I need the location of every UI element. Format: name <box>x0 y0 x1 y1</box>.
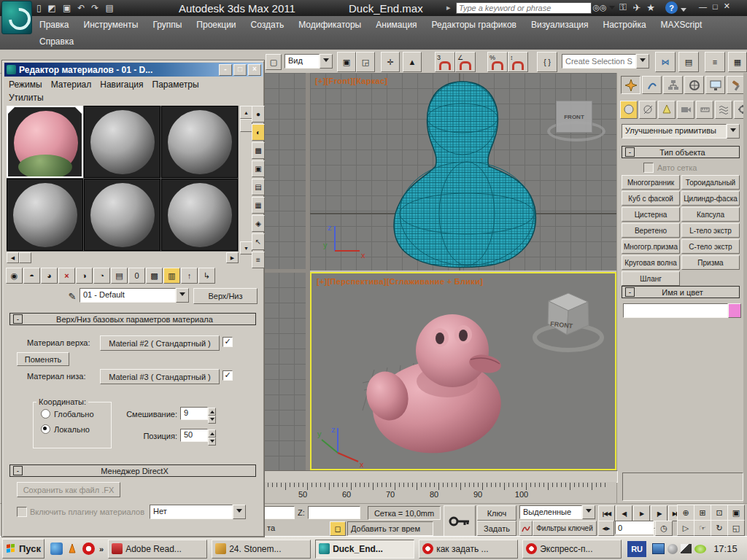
pick-material-eyedropper-icon[interactable]: ✎ <box>66 289 78 303</box>
coord-global-radio[interactable] <box>41 409 50 419</box>
tray-network-icon[interactable] <box>652 543 665 554</box>
minimize-button[interactable]: — <box>699 2 707 11</box>
viewcube-front[interactable]: FRONT <box>556 101 592 133</box>
object-name-input[interactable] <box>623 303 728 318</box>
search-dropdown-icon[interactable] <box>609 6 615 12</box>
viewport-nav-icon[interactable]: ⊞ <box>694 505 711 521</box>
position-value-field[interactable]: 50 <box>180 429 208 442</box>
me-toolbar-icon[interactable]: ◑ <box>76 268 93 284</box>
menu-item[interactable]: Проекции <box>189 20 243 30</box>
me-menu-item[interactable]: Режимы <box>7 79 49 90</box>
scroll-thumb[interactable] <box>240 119 252 132</box>
quick-access-icon[interactable]: ↶ <box>77 3 85 13</box>
frame-number-field[interactable]: 0 <box>615 521 654 534</box>
object-type-button[interactable]: Многогранник <box>622 175 680 190</box>
me-menu-item[interactable]: Параметры <box>150 79 206 90</box>
scroll-up-icon[interactable]: ▲ <box>240 106 252 119</box>
me-side-tool-icon[interactable]: ▦ <box>252 197 265 214</box>
restore-button[interactable]: □ <box>713 2 718 11</box>
me-toolbar-icon[interactable]: ▩ <box>146 268 163 284</box>
object-type-button[interactable]: Круговая волна <box>622 255 680 270</box>
me-maximize-button[interactable]: □ <box>233 64 247 76</box>
me-toolbar-icon[interactable]: ◓ <box>23 268 40 284</box>
taskbar-task[interactable]: Экспресс-п... <box>522 540 622 559</box>
selected-dropdown-icon[interactable] <box>582 505 595 519</box>
window-crossing-icon[interactable]: ▢ <box>266 54 282 70</box>
object-type-button[interactable]: Шланг <box>622 271 680 286</box>
me-side-tool-icon[interactable]: ◈ <box>252 215 265 232</box>
playback-button[interactable]: ◀| <box>616 505 632 521</box>
object-type-button[interactable]: Многогр.призма <box>622 239 680 254</box>
me-menu-item[interactable]: Утилиты <box>7 93 50 103</box>
blend-value-field[interactable]: 9 <box>180 407 208 420</box>
use-selection-center-icon[interactable]: ◲ <box>356 52 375 72</box>
key-mode-toggle-icon[interactable]: ◀▶ <box>598 521 614 536</box>
time-tag-field[interactable]: Добавить тэг врем <box>347 521 433 536</box>
me-toolbar-icon[interactable]: ↑ <box>181 268 198 284</box>
edit-named-selections-icon[interactable]: { } <box>537 52 557 72</box>
object-type-button[interactable]: Веретено <box>622 223 680 238</box>
material-slot-6[interactable] <box>161 179 238 251</box>
me-minimize-button[interactable]: - <box>219 64 232 76</box>
rollout-collapse-icon[interactable]: - <box>625 147 635 157</box>
object-type-button[interactable]: Капсула <box>681 207 740 222</box>
menu-item[interactable]: Правка <box>32 20 77 30</box>
plugin-material-checkbox[interactable] <box>17 507 27 517</box>
key-button[interactable]: Ключ <box>477 505 516 521</box>
subtab-geometry-icon[interactable] <box>620 101 638 119</box>
viewport-nav-icon[interactable]: ↻ <box>711 520 728 536</box>
select-manipulate-icon[interactable]: ✛ <box>381 52 400 72</box>
bottom-material-button[interactable]: Material #3 ( Стандартный ) <box>100 369 220 384</box>
quicklaunch-opera-icon[interactable] <box>82 542 95 555</box>
percent-snap-icon[interactable]: % <box>487 52 508 72</box>
material-name-dropdown-icon[interactable] <box>176 288 189 303</box>
subtab-lights-icon[interactable] <box>658 101 676 119</box>
menu-item[interactable]: Создать <box>244 20 292 30</box>
key-filters-button[interactable]: Фильтры ключей <box>533 521 597 536</box>
set-key-icon[interactable] <box>444 505 476 537</box>
material-slot-5[interactable] <box>84 179 160 251</box>
me-side-tool-icon[interactable]: ↖ <box>252 233 265 250</box>
track-bar[interactable] <box>263 470 618 483</box>
object-type-button[interactable]: L-тело экстр <box>681 223 740 238</box>
viewport-nav-icon[interactable]: ▣ <box>727 505 745 521</box>
viewport-nav-icon[interactable]: ⊡ <box>711 505 728 521</box>
menu-item[interactable]: Анимация <box>368 20 424 30</box>
viewport-perspective[interactable]: FRONT z y x [+][Перспектива][Сглаживание… <box>310 272 616 470</box>
material-editor-titlebar[interactable]: Редактор материалов - 01 - D... - □ × <box>4 63 263 77</box>
material-name-dropdown[interactable]: 01 - Default <box>80 288 189 303</box>
rollout-collapse-icon[interactable]: - <box>13 314 23 324</box>
panel-scrollbar[interactable] <box>743 73 747 503</box>
taskbar-task[interactable]: Duck_End... <box>315 540 414 559</box>
help-dropdown-icon[interactable] <box>681 8 686 15</box>
quick-access-icon[interactable]: ▯ <box>36 3 42 13</box>
top-material-checkbox[interactable]: ✓ <box>222 337 233 347</box>
name-color-rollout[interactable]: - Имя и цвет <box>622 286 740 298</box>
material-slot-4[interactable] <box>7 179 83 251</box>
selection-set-input[interactable] <box>562 54 636 69</box>
playback-button[interactable]: ▶ <box>633 505 650 521</box>
time-configuration-icon[interactable]: ◷ <box>655 521 673 536</box>
snap-toggle-icon[interactable]: 3 <box>435 52 455 72</box>
set-button[interactable]: Задать <box>477 521 516 536</box>
named-selection-set-combo[interactable] <box>562 54 649 69</box>
language-indicator[interactable]: RU <box>627 541 646 557</box>
me-menu-item[interactable]: Материал <box>49 79 98 90</box>
toolbox-icon[interactable]: ▦ <box>728 52 747 72</box>
viewport-nav-icon[interactable]: ▷ <box>677 520 694 536</box>
category-dropdown-icon[interactable] <box>727 124 740 139</box>
search-input[interactable] <box>456 2 592 14</box>
blend-spinner-arrows[interactable] <box>208 408 216 420</box>
directx-rollout-header[interactable]: - Менеджер DirectX <box>9 464 256 477</box>
object-color-swatch[interactable] <box>728 303 741 318</box>
angle-snap-icon[interactable]: ∠ <box>455 52 476 72</box>
coordsys-dropdown-icon[interactable] <box>320 54 333 69</box>
playback-button[interactable]: |▶ <box>651 505 667 521</box>
me-toolbar-icon[interactable]: ◉ <box>6 268 23 284</box>
me-toolbar-icon[interactable]: ◕ <box>41 268 58 284</box>
favorites-star-icon[interactable]: ★ <box>645 2 657 13</box>
quick-access-icon[interactable]: ↷ <box>91 3 98 13</box>
selected-filter-dropdown[interactable]: Выделенные <box>519 505 595 519</box>
subtab-cameras-icon[interactable] <box>677 101 694 119</box>
primitive-category-dropdown[interactable]: Улучшенные примитивы <box>622 124 740 139</box>
